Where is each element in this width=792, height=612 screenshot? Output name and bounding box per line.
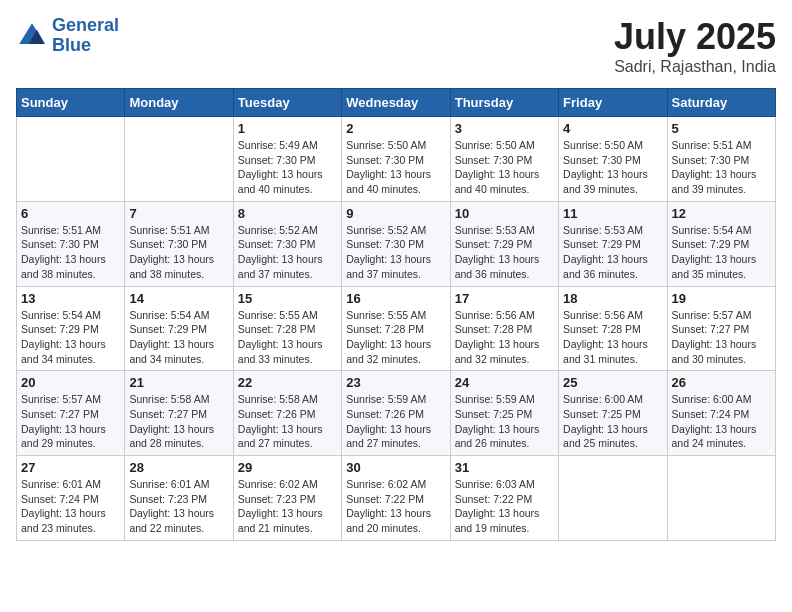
month-title: July 2025 [614, 16, 776, 58]
day-cell: 20Sunrise: 5:57 AM Sunset: 7:27 PM Dayli… [17, 371, 125, 456]
day-number: 22 [238, 375, 337, 390]
week-row-2: 6Sunrise: 5:51 AM Sunset: 7:30 PM Daylig… [17, 201, 776, 286]
day-number: 18 [563, 291, 662, 306]
day-number: 5 [672, 121, 771, 136]
day-cell: 25Sunrise: 6:00 AM Sunset: 7:25 PM Dayli… [559, 371, 667, 456]
day-cell: 22Sunrise: 5:58 AM Sunset: 7:26 PM Dayli… [233, 371, 341, 456]
calendar-header: SundayMondayTuesdayWednesdayThursdayFrid… [17, 89, 776, 117]
day-number: 13 [21, 291, 120, 306]
logo-icon [16, 20, 48, 52]
day-info: Sunrise: 5:56 AM Sunset: 7:28 PM Dayligh… [563, 308, 662, 367]
day-cell: 9Sunrise: 5:52 AM Sunset: 7:30 PM Daylig… [342, 201, 450, 286]
week-row-5: 27Sunrise: 6:01 AM Sunset: 7:24 PM Dayli… [17, 456, 776, 541]
day-cell: 10Sunrise: 5:53 AM Sunset: 7:29 PM Dayli… [450, 201, 558, 286]
day-info: Sunrise: 6:01 AM Sunset: 7:24 PM Dayligh… [21, 477, 120, 536]
day-info: Sunrise: 5:58 AM Sunset: 7:27 PM Dayligh… [129, 392, 228, 451]
day-cell: 1Sunrise: 5:49 AM Sunset: 7:30 PM Daylig… [233, 117, 341, 202]
day-info: Sunrise: 5:53 AM Sunset: 7:29 PM Dayligh… [455, 223, 554, 282]
day-cell: 5Sunrise: 5:51 AM Sunset: 7:30 PM Daylig… [667, 117, 775, 202]
logo-line2: Blue [52, 35, 91, 55]
day-number: 20 [21, 375, 120, 390]
day-number: 8 [238, 206, 337, 221]
header-day-friday: Friday [559, 89, 667, 117]
day-number: 6 [21, 206, 120, 221]
day-number: 2 [346, 121, 445, 136]
day-info: Sunrise: 5:52 AM Sunset: 7:30 PM Dayligh… [346, 223, 445, 282]
header-day-monday: Monday [125, 89, 233, 117]
day-number: 12 [672, 206, 771, 221]
day-info: Sunrise: 5:57 AM Sunset: 7:27 PM Dayligh… [21, 392, 120, 451]
day-number: 3 [455, 121, 554, 136]
day-cell: 3Sunrise: 5:50 AM Sunset: 7:30 PM Daylig… [450, 117, 558, 202]
day-number: 9 [346, 206, 445, 221]
day-cell: 2Sunrise: 5:50 AM Sunset: 7:30 PM Daylig… [342, 117, 450, 202]
day-number: 4 [563, 121, 662, 136]
day-cell: 15Sunrise: 5:55 AM Sunset: 7:28 PM Dayli… [233, 286, 341, 371]
week-row-3: 13Sunrise: 5:54 AM Sunset: 7:29 PM Dayli… [17, 286, 776, 371]
day-info: Sunrise: 5:57 AM Sunset: 7:27 PM Dayligh… [672, 308, 771, 367]
day-number: 7 [129, 206, 228, 221]
day-cell: 11Sunrise: 5:53 AM Sunset: 7:29 PM Dayli… [559, 201, 667, 286]
day-cell [559, 456, 667, 541]
day-info: Sunrise: 5:59 AM Sunset: 7:25 PM Dayligh… [455, 392, 554, 451]
calendar-body: 1Sunrise: 5:49 AM Sunset: 7:30 PM Daylig… [17, 117, 776, 541]
day-info: Sunrise: 5:51 AM Sunset: 7:30 PM Dayligh… [129, 223, 228, 282]
day-info: Sunrise: 5:55 AM Sunset: 7:28 PM Dayligh… [238, 308, 337, 367]
calendar: SundayMondayTuesdayWednesdayThursdayFrid… [16, 88, 776, 541]
day-cell: 31Sunrise: 6:03 AM Sunset: 7:22 PM Dayli… [450, 456, 558, 541]
day-info: Sunrise: 5:59 AM Sunset: 7:26 PM Dayligh… [346, 392, 445, 451]
day-info: Sunrise: 5:56 AM Sunset: 7:28 PM Dayligh… [455, 308, 554, 367]
day-cell: 18Sunrise: 5:56 AM Sunset: 7:28 PM Dayli… [559, 286, 667, 371]
day-info: Sunrise: 5:53 AM Sunset: 7:29 PM Dayligh… [563, 223, 662, 282]
day-cell: 8Sunrise: 5:52 AM Sunset: 7:30 PM Daylig… [233, 201, 341, 286]
day-info: Sunrise: 6:01 AM Sunset: 7:23 PM Dayligh… [129, 477, 228, 536]
header-day-tuesday: Tuesday [233, 89, 341, 117]
page-header: General Blue July 2025 Sadri, Rajasthan,… [16, 16, 776, 76]
day-info: Sunrise: 5:50 AM Sunset: 7:30 PM Dayligh… [455, 138, 554, 197]
week-row-4: 20Sunrise: 5:57 AM Sunset: 7:27 PM Dayli… [17, 371, 776, 456]
day-cell: 28Sunrise: 6:01 AM Sunset: 7:23 PM Dayli… [125, 456, 233, 541]
day-cell: 7Sunrise: 5:51 AM Sunset: 7:30 PM Daylig… [125, 201, 233, 286]
day-number: 28 [129, 460, 228, 475]
day-number: 26 [672, 375, 771, 390]
day-number: 15 [238, 291, 337, 306]
day-number: 27 [21, 460, 120, 475]
day-cell: 17Sunrise: 5:56 AM Sunset: 7:28 PM Dayli… [450, 286, 558, 371]
logo-line1: General [52, 15, 119, 35]
day-info: Sunrise: 5:51 AM Sunset: 7:30 PM Dayligh… [672, 138, 771, 197]
title-block: July 2025 Sadri, Rajasthan, India [614, 16, 776, 76]
header-day-sunday: Sunday [17, 89, 125, 117]
day-cell: 27Sunrise: 6:01 AM Sunset: 7:24 PM Dayli… [17, 456, 125, 541]
day-cell: 23Sunrise: 5:59 AM Sunset: 7:26 PM Dayli… [342, 371, 450, 456]
day-info: Sunrise: 5:55 AM Sunset: 7:28 PM Dayligh… [346, 308, 445, 367]
day-cell: 29Sunrise: 6:02 AM Sunset: 7:23 PM Dayli… [233, 456, 341, 541]
day-number: 29 [238, 460, 337, 475]
day-cell: 4Sunrise: 5:50 AM Sunset: 7:30 PM Daylig… [559, 117, 667, 202]
day-number: 11 [563, 206, 662, 221]
week-row-1: 1Sunrise: 5:49 AM Sunset: 7:30 PM Daylig… [17, 117, 776, 202]
day-info: Sunrise: 6:00 AM Sunset: 7:24 PM Dayligh… [672, 392, 771, 451]
day-info: Sunrise: 5:58 AM Sunset: 7:26 PM Dayligh… [238, 392, 337, 451]
day-number: 23 [346, 375, 445, 390]
day-info: Sunrise: 5:49 AM Sunset: 7:30 PM Dayligh… [238, 138, 337, 197]
header-day-wednesday: Wednesday [342, 89, 450, 117]
header-day-thursday: Thursday [450, 89, 558, 117]
header-day-saturday: Saturday [667, 89, 775, 117]
logo: General Blue [16, 16, 119, 56]
day-info: Sunrise: 5:50 AM Sunset: 7:30 PM Dayligh… [563, 138, 662, 197]
day-cell: 16Sunrise: 5:55 AM Sunset: 7:28 PM Dayli… [342, 286, 450, 371]
day-cell: 13Sunrise: 5:54 AM Sunset: 7:29 PM Dayli… [17, 286, 125, 371]
day-info: Sunrise: 6:02 AM Sunset: 7:23 PM Dayligh… [238, 477, 337, 536]
day-cell [17, 117, 125, 202]
logo-text: General Blue [52, 16, 119, 56]
day-number: 10 [455, 206, 554, 221]
day-cell: 12Sunrise: 5:54 AM Sunset: 7:29 PM Dayli… [667, 201, 775, 286]
day-info: Sunrise: 5:54 AM Sunset: 7:29 PM Dayligh… [21, 308, 120, 367]
day-cell: 30Sunrise: 6:02 AM Sunset: 7:22 PM Dayli… [342, 456, 450, 541]
day-cell [667, 456, 775, 541]
day-number: 17 [455, 291, 554, 306]
day-info: Sunrise: 6:03 AM Sunset: 7:22 PM Dayligh… [455, 477, 554, 536]
day-cell: 26Sunrise: 6:00 AM Sunset: 7:24 PM Dayli… [667, 371, 775, 456]
day-number: 1 [238, 121, 337, 136]
day-number: 21 [129, 375, 228, 390]
